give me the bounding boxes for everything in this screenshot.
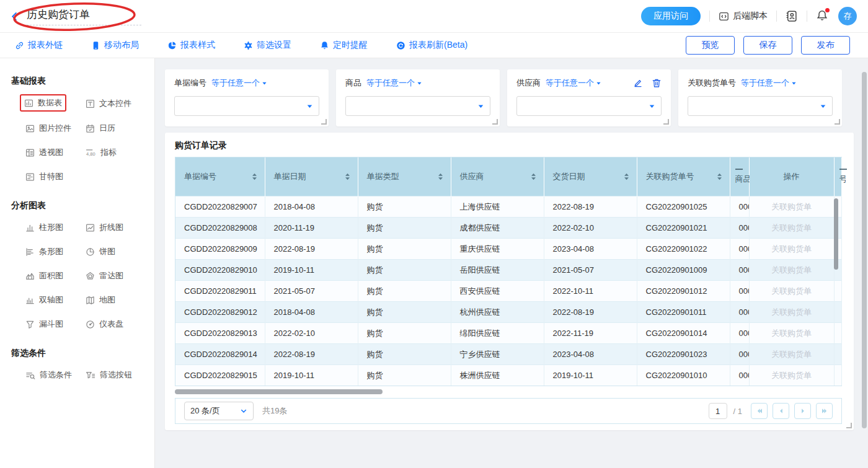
filter-card-related-po-no[interactable]: 关联购货单号等于任意一个 [678,69,842,126]
sidebar-item-radar-chart[interactable]: 雷达图 [82,268,126,283]
save-button[interactable]: 保存 [743,36,792,55]
toolbar-item-filter-settings[interactable]: 筛选设置 [244,40,291,51]
avatar[interactable]: 存 [838,7,857,25]
related-po-action-link[interactable]: 关联购货单 [749,323,834,344]
table-horizontal-scrollbar[interactable] [175,389,383,394]
sidebar-item-dual-axis-chart[interactable]: 双轴图 [22,293,66,307]
toolbar-item-report-link[interactable]: 报表外链 [15,40,63,51]
related-po-action-link[interactable]: 关联购货单 [749,218,834,239]
canvas-scrollbar[interactable] [862,72,867,428]
filter-card-order-no[interactable]: 单据编号等于任意一个 [165,69,329,126]
sidebar-item-label: 条形图 [39,246,63,257]
column-header[interactable]: 供应商 [451,157,544,196]
column-header[interactable]: 单据编号 [175,157,265,196]
filter-operator-dropdown[interactable]: 等于任意一个 [211,77,267,89]
prev-page-button[interactable] [773,403,789,419]
table-cell: 2023-04-08 [544,344,637,365]
sidebar-item-pie-chart[interactable]: 饼图 [82,244,118,259]
alarm-icon [320,41,329,50]
page-size-select[interactable]: 20 条/页 [184,402,254,420]
sidebar-item-map-chart[interactable]: 地图 [82,293,118,307]
contacts-icon[interactable] [786,10,798,22]
page-number-input[interactable] [709,403,727,419]
toolbar-item-label: 报表外链 [28,40,63,51]
sidebar-item-calendar[interactable]: 日历 [82,121,118,136]
table-cell: 2021-05-07 [544,260,637,281]
column-header[interactable]: 关联购货单号 [637,157,730,196]
table-cell: 2019-10-11 [265,260,358,281]
related-po-action-link[interactable]: 关联购货单 [749,344,834,365]
first-page-button[interactable] [751,403,768,419]
publish-button[interactable]: 发布 [801,36,850,55]
sort-icon[interactable] [624,172,629,181]
text-widget-icon [86,99,95,108]
widget-resize-handle[interactable] [835,119,840,125]
sidebar-item-filter-button[interactable]: 筛选按钮 [82,368,135,382]
data-table-widget[interactable]: 购货订单记录 单据编号单据日期单据类型供应商交货日期关联购货单号商品操作号 CG… [165,133,854,430]
sidebar-item-bar-chart[interactable]: 条形图 [22,244,66,259]
sidebar-item-gauge-chart[interactable]: 仪表盘 [82,317,126,332]
widget-resize-handle[interactable] [321,119,327,125]
related-po-action-link[interactable]: 关联购货单 [749,281,834,302]
table-vertical-scrollbar[interactable] [834,198,838,270]
related-po-action-link[interactable]: 关联购货单 [749,365,834,386]
sort-icon[interactable] [717,172,722,181]
backend-script-button[interactable]: 后端脚本 [719,11,768,22]
column-header-partial: 号 [834,157,841,196]
column-header[interactable]: 单据日期 [265,157,358,196]
filter-value-select[interactable] [516,96,662,116]
sort-icon[interactable] [531,172,536,181]
related-po-action-link[interactable]: 关联购货单 [749,239,834,260]
sidebar-item-line-chart[interactable]: 折线图 [82,220,126,235]
filter-card-product[interactable]: 商品等于任意一个 [336,69,500,126]
sidebar-section-items: 数据表文本控件图片控件日历透视图4,80指标甘特图 [22,95,154,184]
sidebar-item-image-widget[interactable]: 图片控件 [22,121,74,136]
sidebar-item-area-chart[interactable]: 面积图 [22,268,66,283]
filter-operator-dropdown[interactable]: 等于任意一个 [546,77,601,89]
sidebar-item-gantt[interactable]: 甘特图 [22,169,66,184]
widget-resize-handle[interactable] [846,423,852,428]
sort-icon[interactable] [438,172,443,181]
toolbar-item-report-style[interactable]: 报表样式 [167,40,215,51]
toolbar-item-report-refresh[interactable]: 报表刷新(Beta) [396,40,467,51]
widget-resize-handle[interactable] [663,119,669,125]
sidebar-item-column-chart[interactable]: 柱形图 [22,220,66,235]
related-po-action-link[interactable]: 关联购货单 [749,196,834,218]
table-cell: 2022-11-19 [544,323,637,344]
sidebar-section-title: 基础报表 [11,76,154,87]
sidebar-item-metric[interactable]: 4,80指标 [82,145,120,160]
sidebar-item-pivot-table[interactable]: 透视图 [22,145,66,160]
filter-operator-dropdown[interactable]: 等于任意一个 [366,77,422,89]
filter-card-supplier[interactable]: 供应商等于任意一个 [507,69,671,126]
image-widget-icon [25,124,35,133]
toolbar-item-timed-reminder[interactable]: 定时提醒 [320,40,368,51]
report-title-edit[interactable]: 历史购货订单 [27,7,141,25]
related-po-action-link[interactable]: 关联购货单 [749,302,834,323]
column-chart-icon [25,223,35,232]
trash-icon[interactable] [652,78,662,88]
map-icon [86,296,95,305]
preview-button[interactable]: 预览 [686,36,735,55]
toolbar-item-mobile-layout[interactable]: 移动布局 [91,40,139,51]
back-icon[interactable] [10,12,19,21]
filter-operator-dropdown[interactable]: 等于任意一个 [741,77,797,89]
filter-value-select[interactable] [345,96,490,116]
related-po-action-link[interactable]: 关联购货单 [749,260,834,281]
notifications-button[interactable] [816,9,828,24]
filter-value-select[interactable] [688,96,833,116]
table-cell-partial: 000 [730,323,749,344]
sidebar-item-text-widget[interactable]: 文本控件 [82,95,135,112]
app-access-button[interactable]: 应用访问 [641,7,701,25]
next-page-button[interactable] [794,403,811,419]
filter-value-select[interactable] [174,96,319,116]
pencil-icon[interactable] [633,78,643,88]
column-header[interactable]: 交货日期 [544,157,637,196]
sort-icon[interactable] [252,172,257,181]
sidebar-item-funnel-chart[interactable]: 漏斗图 [22,317,66,332]
sort-icon[interactable] [345,172,350,181]
sidebar-item-data-table[interactable]: 数据表 [20,94,66,112]
last-page-button[interactable] [816,403,833,419]
widget-resize-handle[interactable] [492,119,498,125]
sidebar-item-filter-condition[interactable]: 筛选条件 [22,368,75,382]
column-header[interactable]: 单据类型 [358,157,451,196]
